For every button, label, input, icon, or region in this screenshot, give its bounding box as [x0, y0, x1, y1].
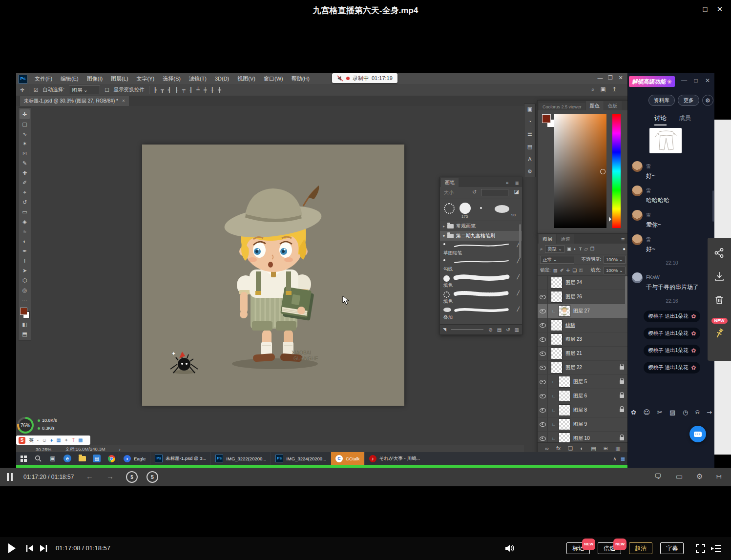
filter-type-icon[interactable]: T [579, 246, 582, 251]
history-icon[interactable]: ◷ [683, 409, 688, 416]
layer-name[interactable]: 图层 8 [573, 407, 587, 414]
brush-footer-icon[interactable]: ⊘ [488, 327, 492, 332]
align-icon[interactable]: ┯ [182, 87, 186, 93]
lasso-tool[interactable]: ∿ [20, 129, 30, 139]
filter-type-dropdown[interactable]: 类型 ⌄ [545, 245, 564, 253]
coolorus-tab[interactable]: Coolorus 2.5 viewer [539, 103, 585, 110]
pause-button[interactable] [7, 473, 14, 481]
layers-menu-icon[interactable]: ≣ [618, 235, 628, 244]
swatches-tab[interactable]: 色板 [604, 101, 622, 110]
adjustment-layer-icon[interactable]: ◐ [580, 445, 584, 451]
lock-move-icon[interactable]: ✛ [566, 268, 570, 273]
start-button[interactable] [16, 452, 31, 465]
layer-name[interactable]: 图层 22 [565, 364, 582, 371]
footer-slider[interactable] [451, 329, 483, 330]
lock-artboard-icon[interactable]: ❏ [573, 268, 577, 273]
layer-thumbnail[interactable] [559, 404, 570, 416]
collapsed-panel-icon[interactable]: ⚙ [527, 168, 532, 175]
layer-name[interactable]: 图层 27 [573, 308, 590, 314]
forward-5-button[interactable]: 5 [146, 471, 158, 483]
menu-item-10[interactable]: 帮助(H) [292, 75, 310, 83]
auto-select-target-dropdown[interactable]: 图层 ⌄ [69, 85, 100, 94]
panel-menu-icon[interactable]: ≣ [512, 179, 522, 187]
player-button-超清[interactable]: 超清 [629, 542, 652, 554]
layer-visibility-toggle[interactable] [538, 318, 548, 332]
taskbar-window-4[interactable]: ♪それが大事 - 川嶋... [364, 452, 425, 465]
layer-visibility-toggle[interactable] [538, 389, 548, 403]
tray-icon[interactable]: ▦ [621, 456, 625, 461]
player-settings-icon[interactable]: ⚙ [696, 472, 703, 481]
filter-smart-icon[interactable]: ❐ [590, 246, 595, 251]
filter-adjust-icon[interactable]: ◐ [574, 246, 577, 251]
layer-row[interactable]: 线稿 [538, 318, 628, 332]
show-controls-checkbox[interactable]: ☐ [104, 87, 109, 93]
mic-icon[interactable]: ♦ [50, 437, 53, 443]
auto-select-checkbox[interactable]: ☑ [34, 87, 38, 93]
menu-item-7[interactable]: 3D(D) [215, 76, 229, 82]
menu-item-0[interactable]: 文件(F) [35, 75, 52, 83]
align-icon[interactable]: ┨ [189, 87, 193, 93]
tab-discussion[interactable]: 讨论 [654, 114, 667, 125]
layer-thumbnail[interactable] [551, 362, 563, 373]
layer-thumbnail[interactable] [551, 348, 563, 359]
layer-name[interactable]: 图层 23 [565, 336, 582, 343]
layer-row[interactable]: 图层 23 [538, 332, 628, 347]
brush-item[interactable]: ╱勾线 [440, 257, 522, 273]
file-explorer-icon[interactable] [75, 452, 89, 465]
brush-footer-icon[interactable]: ↺ [506, 327, 510, 332]
align-icon[interactable]: ┠ [175, 87, 178, 93]
align-icon[interactable]: ╋ [218, 87, 221, 93]
canvas-artboard[interactable]: ✦ [142, 145, 404, 406]
menu-item-4[interactable]: 文字(Y) [137, 75, 155, 83]
shape-tool[interactable]: ⬡ [20, 275, 30, 285]
close-icon[interactable]: ✕ [712, 5, 727, 14]
player-button-倍速[interactable]: 倍速NEW [598, 542, 621, 554]
chat-minimize-icon[interactable]: — [680, 77, 689, 84]
lock-transparent-icon[interactable]: ▨ [553, 268, 558, 273]
filter-pixel-icon[interactable]: ▣ [567, 246, 571, 251]
angle-control[interactable]: ◥ [443, 327, 446, 332]
mini-player-icon[interactable]: ∺ [716, 472, 722, 481]
collapsed-panel-icon[interactable]: ◔ [528, 119, 532, 124]
edge-icon[interactable]: e [60, 452, 75, 465]
layer-name[interactable]: 图层 24 [565, 279, 582, 286]
align-icon[interactable]: ╂ [211, 87, 214, 93]
layer-thumbnail[interactable] [551, 277, 563, 289]
tab-members[interactable]: 成员 [679, 114, 691, 124]
layers-tab[interactable]: 图层 [539, 234, 556, 244]
taskbar-eagle[interactable]: ◗ Eagle [119, 452, 150, 465]
layer-thumbnail[interactable] [559, 305, 570, 317]
layer-visibility-toggle[interactable] [538, 304, 548, 318]
lock-all-icon[interactable]: ⚿ [579, 268, 583, 273]
brush-scrollbar[interactable] [519, 224, 521, 258]
chat-bubble-button[interactable] [689, 426, 706, 442]
pen-tool[interactable]: ✒ [20, 246, 30, 256]
pressure-icon[interactable]: ◪ [514, 188, 519, 195]
filter-shape-icon[interactable]: ▱ [584, 246, 587, 251]
taskbar-window-cctalk[interactable]: CCCtalk [331, 452, 364, 465]
marquee-tool[interactable]: ▢ [20, 119, 30, 129]
eyedropper-tool[interactable]: ✎ [20, 158, 30, 168]
hue-slider[interactable] [612, 114, 621, 228]
task-view-button[interactable]: ▣ [45, 452, 60, 465]
layer-name[interactable]: 图层 21 [565, 350, 582, 357]
layer-name[interactable]: 线稿 [565, 322, 575, 329]
brush-preview-round[interactable] [459, 203, 471, 214]
layer-row[interactable]: ∟图层 9 [538, 417, 628, 432]
align-icon[interactable]: ┣ [154, 87, 157, 93]
notify-icon[interactable]: ⍾ [695, 408, 700, 416]
screen-mode-icon[interactable]: ▭ [676, 472, 683, 481]
delete-layer-icon[interactable]: ▥ [615, 445, 620, 452]
collapsed-panel-icon[interactable]: A [528, 156, 531, 162]
align-icon[interactable]: ┷ [196, 87, 200, 93]
filter-toggle[interactable]: ● [623, 246, 626, 251]
brush-group-jiugongge[interactable]: ▾ 第二期九宫格笔刷 [440, 231, 522, 241]
danmaku-icon[interactable]: 🗨 [654, 472, 662, 480]
seek-back-icon[interactable]: ← [86, 472, 93, 480]
panel-collapse-icon[interactable]: » [503, 179, 512, 187]
zoom-tool[interactable]: ◎ [20, 285, 30, 295]
layer-row[interactable]: ∟图层 5 [538, 375, 628, 389]
new-layer-icon[interactable]: ⊞ [604, 445, 608, 452]
healing-brush-tool[interactable]: ✚ [20, 168, 30, 178]
collapsed-panel-icon[interactable]: ▤ [527, 144, 532, 150]
